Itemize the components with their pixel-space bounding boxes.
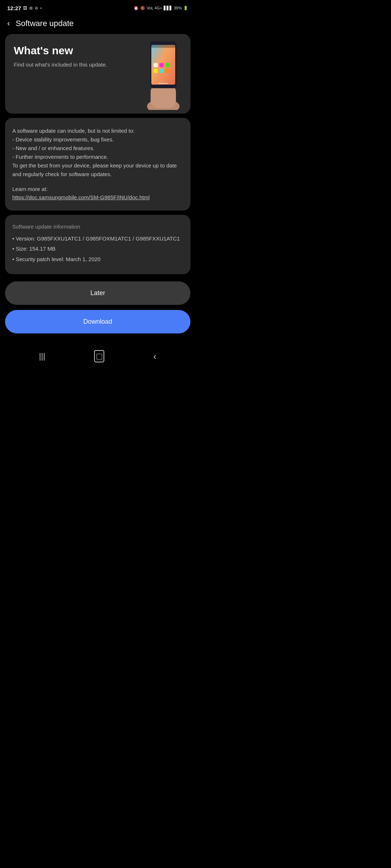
- security-patch-info: • Security patch level: March 1, 2020: [12, 255, 183, 264]
- status-left: 12:27 🖼 ⊞ ⊖ •: [7, 5, 42, 11]
- network-label: VoL 4G+: [147, 6, 162, 10]
- header: ‹ Software update: [0, 14, 196, 34]
- svg-rect-15: [151, 45, 175, 48]
- battery-label: 39%: [174, 6, 182, 10]
- svg-rect-10: [159, 63, 164, 67]
- grid-icon: ⊞: [29, 6, 33, 10]
- phone-illustration: [140, 38, 187, 110]
- svg-rect-14: [165, 69, 169, 73]
- whats-new-subtitle: Find out what's included in this update.: [14, 61, 114, 68]
- update-info-card: Software update information • Version: G…: [5, 215, 190, 275]
- page-title: Software update: [16, 19, 73, 28]
- bottom-nav: ||| □ ‹: [0, 344, 196, 371]
- download-button[interactable]: Download: [5, 310, 190, 333]
- description-body: A software update can include, but is no…: [12, 127, 183, 179]
- main-content: What's new Find out what's included in t…: [0, 34, 196, 274]
- size-info: • Size: 154.17 MB: [12, 245, 183, 253]
- status-right-icons: ⏰ 🔕 VoL 4G+ ▋▋▋ 39% 🔋: [134, 6, 188, 10]
- battery-icon: 🔋: [183, 6, 188, 10]
- alarm-icon: ⏰: [134, 6, 139, 10]
- svg-rect-13: [159, 69, 164, 73]
- back-button[interactable]: ‹: [7, 20, 10, 27]
- mute-icon: 🔕: [140, 6, 145, 10]
- status-bar: 12:27 🖼 ⊞ ⊖ • ⏰ 🔕 VoL 4G+ ▋▋▋ 39% 🔋: [0, 0, 196, 14]
- status-time: 12:27: [7, 5, 21, 11]
- buttons-section: Later Download: [0, 274, 196, 341]
- svg-rect-16: [159, 83, 168, 84]
- description-card: A software update can include, but is no…: [5, 118, 190, 210]
- whats-new-card: What's new Find out what's included in t…: [5, 34, 190, 114]
- learn-more-label: Learn more at:: [12, 186, 183, 192]
- home-icon[interactable]: □: [94, 350, 104, 362]
- version-info: • Version: G985FXXU1ATC1 / G985FOXM1ATC1…: [12, 235, 183, 243]
- svg-rect-11: [165, 63, 169, 67]
- dot-icon: •: [40, 6, 42, 10]
- signal-icon: ▋▋▋: [164, 6, 172, 10]
- learn-more-link[interactable]: https://doc.samsungmobile.com/SM-G985F/I…: [12, 194, 150, 200]
- svg-rect-12: [154, 69, 158, 73]
- svg-rect-9: [154, 63, 158, 67]
- later-button[interactable]: Later: [5, 281, 190, 305]
- info-section-title: Software update information: [12, 224, 183, 230]
- minus-circle-icon: ⊖: [35, 6, 38, 10]
- back-nav-icon[interactable]: ‹: [154, 351, 157, 362]
- recent-apps-icon[interactable]: |||: [39, 352, 45, 361]
- photo-icon: 🖼: [23, 6, 27, 10]
